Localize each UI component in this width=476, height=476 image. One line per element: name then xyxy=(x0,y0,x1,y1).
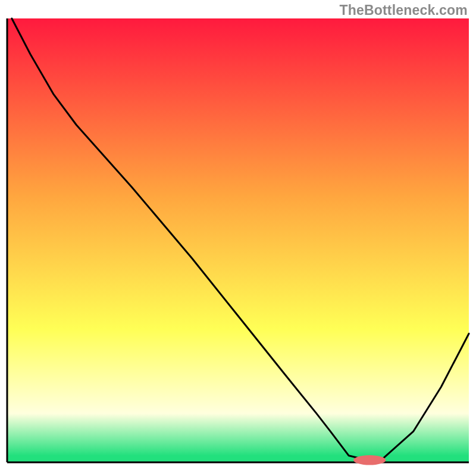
plot-background xyxy=(7,18,469,462)
chart-svg xyxy=(0,0,476,476)
attribution-label: TheBottleneck.com xyxy=(339,2,468,18)
optimal-marker xyxy=(353,455,386,465)
bottleneck-chart: TheBottleneck.com xyxy=(0,0,476,476)
